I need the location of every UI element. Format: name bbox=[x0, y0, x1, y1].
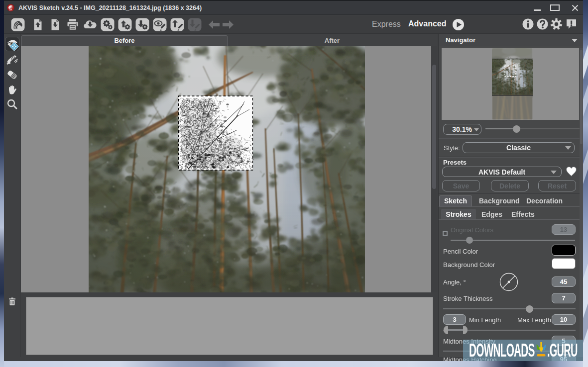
svg-text:SK: SK bbox=[9, 8, 12, 11]
